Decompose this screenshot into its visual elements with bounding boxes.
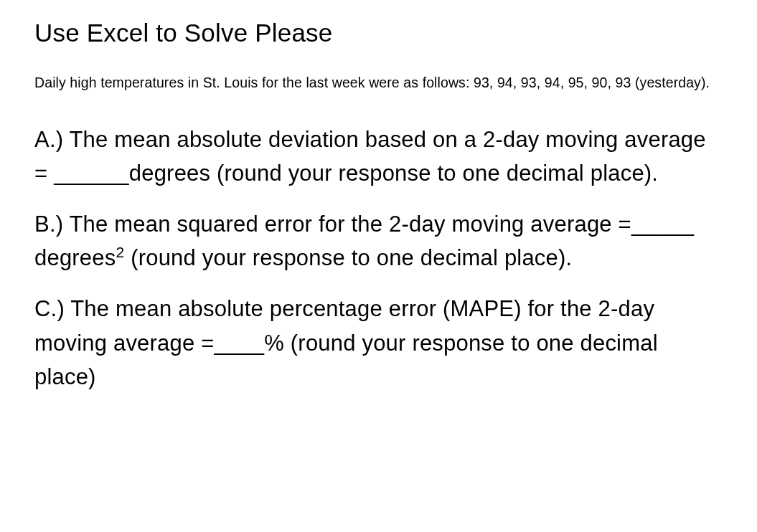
question-b-prefix: B.) The mean squared error for the 2-day… [34, 212, 631, 237]
question-b-unit-exponent: 2 [116, 244, 124, 260]
question-c-blank: ____ [215, 331, 265, 356]
question-b-unit-base: degrees [34, 245, 116, 270]
document-page: Use Excel to Solve Please Daily high tem… [0, 0, 757, 429]
problem-statement: Daily high temperatures in St. Louis for… [34, 75, 723, 91]
question-b-suffix: (round your response to one decimal plac… [124, 245, 572, 270]
question-b: B.) The mean squared error for the 2-day… [34, 207, 723, 275]
question-a-blank: ______ [54, 161, 129, 186]
question-a-suffix: degrees (round your response to one deci… [129, 161, 658, 186]
document-title: Use Excel to Solve Please [34, 19, 723, 47]
question-c: C.) The mean absolute percentage error (… [34, 292, 723, 393]
question-a: A.) The mean absolute deviation based on… [34, 123, 723, 190]
question-b-blank: _____ [631, 212, 694, 237]
